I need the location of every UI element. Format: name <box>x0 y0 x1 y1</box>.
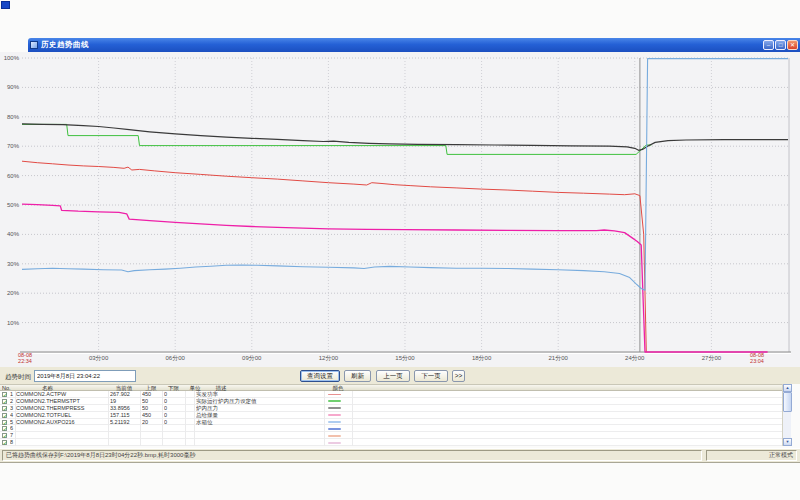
cell-desc: 炉内压力 <box>196 405 323 411</box>
row-checkbox[interactable]: ✓ <box>2 426 7 431</box>
table-row[interactable]: ✓1COMMON2.ACTPW267.9024500实发功率 <box>0 391 782 398</box>
status-mode: 正常模式 <box>706 450 797 461</box>
series-line-totfuel <box>22 204 768 352</box>
table-row[interactable]: ✓7 <box>0 432 782 439</box>
axis-start-time: 22:34 <box>12 359 38 365</box>
cell-lower: 0 <box>164 412 184 418</box>
row-checkbox[interactable]: ✓ <box>2 392 7 397</box>
trend-app-icon <box>30 41 38 49</box>
color-swatch <box>328 428 341 430</box>
column-separator <box>194 391 195 446</box>
cell-value: 267.902 <box>110 391 139 397</box>
series-line-thermstpt <box>22 124 651 154</box>
window-title: 历史趋势曲线 <box>41 40 762 50</box>
y-tick-label: 90% <box>0 84 19 90</box>
cell-lower: 0 <box>164 405 184 411</box>
x-tick-label: 21分00 <box>544 354 572 363</box>
close-button[interactable]: ✕ <box>787 40 798 50</box>
chart-area: 100%90%80%70%60%50%40%30%20%10% <box>0 52 800 367</box>
scrollbar-up-button[interactable]: ▲ <box>783 384 792 392</box>
y-tick-label: 100% <box>0 55 19 61</box>
cell-value: 5.21192 <box>110 419 139 425</box>
cell-desc: 总给煤量 <box>196 412 323 418</box>
cell-name: COMMON2.THERMSTPT <box>16 398 107 404</box>
cell-lower: 0 <box>164 391 184 397</box>
scrollbar-thumb[interactable] <box>783 392 792 412</box>
axis-end-time: 23:04 <box>744 359 770 365</box>
cell-value: 19 <box>110 398 139 404</box>
axis-end-time-label: 08-08 23:04 <box>744 353 770 364</box>
column-separator <box>324 391 325 446</box>
color-swatch <box>328 400 341 402</box>
chart-svg <box>0 52 800 367</box>
row-checkbox[interactable]: ✓ <box>2 433 7 438</box>
color-swatch <box>328 407 341 409</box>
y-tick-label: 80% <box>0 114 19 120</box>
trend-time-label: 趋势时间 <box>5 373 31 382</box>
color-swatch <box>328 421 341 423</box>
column-separator <box>185 391 186 446</box>
refresh-button[interactable]: 刷新 <box>344 370 371 382</box>
column-separator <box>352 391 353 446</box>
row-checkbox[interactable]: ✓ <box>2 420 7 425</box>
cell-upper: 20 <box>142 419 161 425</box>
cell-upper: 450 <box>142 391 161 397</box>
page-background: { "window": { "title": "历史趋势曲线", "mode":… <box>0 0 800 500</box>
prev-page-button[interactable]: 上一页 <box>376 370 410 382</box>
table-scrollbar[interactable]: ▲ ▼ <box>782 384 791 446</box>
table-row[interactable]: ✓4COMMON2.TOTFUEL157.1154500总给煤量 <box>0 412 782 419</box>
cell-upper: 50 <box>142 398 161 404</box>
series-line-auxpo216 <box>22 59 788 291</box>
color-swatch <box>328 394 341 396</box>
column-separator <box>15 391 16 446</box>
y-tick-label: 40% <box>0 231 19 237</box>
column-separator <box>162 391 163 446</box>
x-tick-label: 09分00 <box>238 354 266 363</box>
minimize-button[interactable]: – <box>763 40 774 50</box>
table-row[interactable]: ✓3COMMON2.THERMPRESS33.8956500炉内压力 <box>0 405 782 412</box>
cell-name: COMMON2.ACTPW <box>16 391 107 397</box>
color-swatch <box>328 442 341 444</box>
query-settings-button[interactable]: 查询设置 <box>300 370 340 382</box>
cell-value: 33.8956 <box>110 405 139 411</box>
cell-desc: 水箱位 <box>196 419 323 425</box>
cell-desc: 实际运行炉内压力设定值 <box>196 398 323 404</box>
status-bar: 已将趋势曲线保存到F:\2019年8月8日23时04分22秒.bmp,耗时300… <box>0 448 800 462</box>
table-row[interactable]: ✓8 <box>0 439 782 446</box>
table-row[interactable]: ✓6 <box>0 425 782 432</box>
cell-lower: 0 <box>164 398 184 404</box>
y-tick-label: 50% <box>0 202 19 208</box>
cell-upper: 450 <box>142 412 161 418</box>
series-line-actpw <box>22 161 646 352</box>
cell-name: COMMON2.AUXPO216 <box>16 419 107 425</box>
maximize-button[interactable]: □ <box>775 40 786 50</box>
column-separator <box>108 391 109 446</box>
scrollbar-down-button[interactable]: ▼ <box>783 438 792 446</box>
y-tick-label: 10% <box>0 320 19 326</box>
cell-name: COMMON2.THERMPRESS <box>16 405 107 411</box>
x-tick-label: 18分00 <box>468 354 496 363</box>
cell-upper: 50 <box>142 405 161 411</box>
x-tick-label: 27分00 <box>697 354 725 363</box>
cell-lower: 0 <box>164 419 184 425</box>
next-page-button[interactable]: 下一页 <box>414 370 448 382</box>
x-tick-label: 15分00 <box>391 354 419 363</box>
y-tick-label: 60% <box>0 173 19 179</box>
window-badge-icon <box>1 1 10 9</box>
table-row[interactable]: ✓2COMMON2.THERMSTPT19500实际运行炉内压力设定值 <box>0 398 782 405</box>
trend-time-input[interactable] <box>34 370 136 382</box>
row-checkbox[interactable]: ✓ <box>2 440 7 445</box>
row-checkbox[interactable]: ✓ <box>2 399 7 404</box>
x-tick-label: 06分00 <box>161 354 189 363</box>
window-bottom-edge <box>0 462 800 463</box>
y-tick-label: 70% <box>0 143 19 149</box>
table-row[interactable]: ✓5COMMON2.AUXPO2165.21192200水箱位 <box>0 419 782 426</box>
row-checkbox[interactable]: ✓ <box>2 406 7 411</box>
row-checkbox[interactable]: ✓ <box>2 413 7 418</box>
x-tick-label: 03分00 <box>85 354 113 363</box>
more-button[interactable]: >> <box>452 370 465 382</box>
title-bar[interactable]: 历史趋势曲线 – □ ✕ <box>28 38 800 52</box>
y-tick-label: 20% <box>0 290 19 296</box>
x-tick-label: 12分00 <box>314 354 342 363</box>
color-swatch <box>328 414 341 416</box>
